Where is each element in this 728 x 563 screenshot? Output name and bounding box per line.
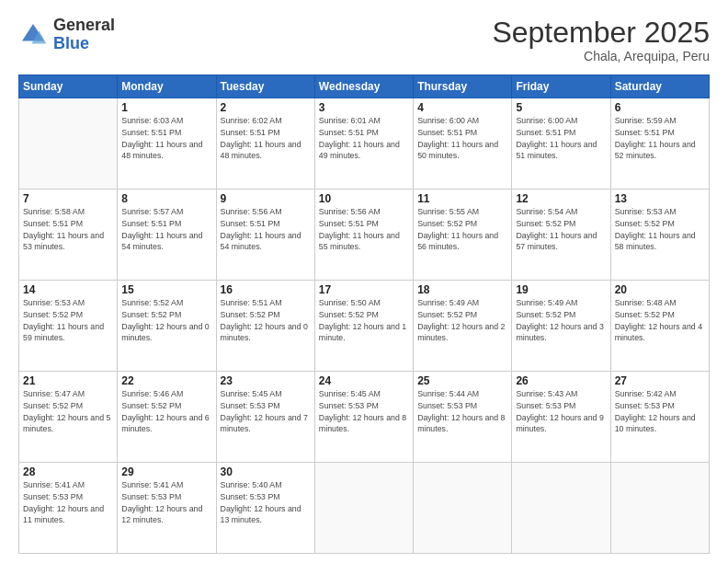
calendar-row-4: 28 Sunrise: 5:41 AMSunset: 5:53 PMDaylig… xyxy=(19,463,710,554)
cell-date: 11 xyxy=(417,192,507,205)
cell-date: 9 xyxy=(221,192,311,205)
table-row: 17 Sunrise: 5:50 AMSunset: 5:52 PMDaylig… xyxy=(314,281,413,372)
cell-date: 25 xyxy=(417,374,507,387)
cell-date: 17 xyxy=(319,283,409,296)
cell-date: 12 xyxy=(516,192,606,205)
table-row xyxy=(610,463,709,554)
calendar-row-1: 7 Sunrise: 5:58 AMSunset: 5:51 PMDayligh… xyxy=(19,190,710,281)
cell-info: Sunrise: 5:44 AMSunset: 5:53 PMDaylight:… xyxy=(417,389,505,433)
cell-date: 5 xyxy=(516,101,606,114)
col-sunday: Sunday xyxy=(19,75,118,98)
table-row: 24 Sunrise: 5:45 AMSunset: 5:53 PMDaylig… xyxy=(314,372,413,463)
header: General Blue September 2025 Chala, Arequ… xyxy=(18,17,710,63)
table-row: 7 Sunrise: 5:58 AMSunset: 5:51 PMDayligh… xyxy=(19,190,118,281)
cell-info: Sunrise: 5:46 AMSunset: 5:52 PMDaylight:… xyxy=(121,389,209,433)
page: General Blue September 2025 Chala, Arequ… xyxy=(0,0,728,563)
cell-info: Sunrise: 5:53 AMSunset: 5:52 PMDaylight:… xyxy=(23,298,104,342)
cell-info: Sunrise: 5:51 AMSunset: 5:52 PMDaylight:… xyxy=(221,298,308,342)
cell-date: 30 xyxy=(221,465,311,478)
table-row: 21 Sunrise: 5:47 AMSunset: 5:52 PMDaylig… xyxy=(19,372,118,463)
table-row: 10 Sunrise: 5:56 AMSunset: 5:51 PMDaylig… xyxy=(314,190,413,281)
cell-info: Sunrise: 5:49 AMSunset: 5:52 PMDaylight:… xyxy=(516,298,603,342)
cell-info: Sunrise: 6:02 AMSunset: 5:51 PMDaylight:… xyxy=(221,116,301,160)
cell-info: Sunrise: 5:53 AMSunset: 5:52 PMDaylight:… xyxy=(615,207,696,251)
cell-info: Sunrise: 5:49 AMSunset: 5:52 PMDaylight:… xyxy=(417,298,505,342)
cell-date: 4 xyxy=(417,101,507,114)
cell-date: 20 xyxy=(615,283,705,296)
cell-date: 26 xyxy=(516,374,606,387)
cell-info: Sunrise: 5:42 AMSunset: 5:53 PMDaylight:… xyxy=(615,389,696,433)
cell-info: Sunrise: 5:48 AMSunset: 5:52 PMDaylight:… xyxy=(615,298,702,342)
cell-info: Sunrise: 5:47 AMSunset: 5:52 PMDaylight:… xyxy=(23,389,110,433)
col-friday: Friday xyxy=(512,75,610,98)
cell-info: Sunrise: 5:56 AMSunset: 5:51 PMDaylight:… xyxy=(319,207,400,251)
table-row xyxy=(512,463,610,554)
cell-info: Sunrise: 6:01 AMSunset: 5:51 PMDaylight:… xyxy=(319,116,400,160)
table-row: 19 Sunrise: 5:49 AMSunset: 5:52 PMDaylig… xyxy=(512,281,610,372)
table-row: 25 Sunrise: 5:44 AMSunset: 5:53 PMDaylig… xyxy=(414,372,512,463)
cell-info: Sunrise: 6:00 AMSunset: 5:51 PMDaylight:… xyxy=(417,116,498,160)
calendar-subtitle: Chala, Arequipa, Peru xyxy=(492,49,710,63)
table-row: 27 Sunrise: 5:42 AMSunset: 5:53 PMDaylig… xyxy=(610,372,709,463)
col-thursday: Thursday xyxy=(414,75,512,98)
calendar-title: September 2025 xyxy=(492,17,710,49)
table-row: 28 Sunrise: 5:41 AMSunset: 5:53 PMDaylig… xyxy=(19,463,118,554)
cell-info: Sunrise: 5:58 AMSunset: 5:51 PMDaylight:… xyxy=(23,207,104,251)
table-row xyxy=(19,98,118,190)
table-row xyxy=(414,463,512,554)
calendar-row-3: 21 Sunrise: 5:47 AMSunset: 5:52 PMDaylig… xyxy=(19,372,710,463)
cell-date: 8 xyxy=(121,192,211,205)
table-row: 16 Sunrise: 5:51 AMSunset: 5:52 PMDaylig… xyxy=(216,281,314,372)
cell-date: 6 xyxy=(615,101,705,114)
cell-info: Sunrise: 5:54 AMSunset: 5:52 PMDaylight:… xyxy=(516,207,597,251)
table-row: 12 Sunrise: 5:54 AMSunset: 5:52 PMDaylig… xyxy=(512,190,610,281)
cell-date: 1 xyxy=(121,101,211,114)
table-row: 20 Sunrise: 5:48 AMSunset: 5:52 PMDaylig… xyxy=(610,281,709,372)
table-row: 4 Sunrise: 6:00 AMSunset: 5:51 PMDayligh… xyxy=(414,98,512,190)
col-monday: Monday xyxy=(118,75,216,98)
cell-info: Sunrise: 5:40 AMSunset: 5:53 PMDaylight:… xyxy=(221,480,301,524)
col-wednesday: Wednesday xyxy=(314,75,413,98)
cell-date: 23 xyxy=(221,374,311,387)
cell-date: 24 xyxy=(319,374,409,387)
table-row: 23 Sunrise: 5:45 AMSunset: 5:53 PMDaylig… xyxy=(216,372,314,463)
calendar-header-row: Sunday Monday Tuesday Wednesday Thursday… xyxy=(19,75,710,98)
cell-info: Sunrise: 5:41 AMSunset: 5:53 PMDaylight:… xyxy=(23,480,104,524)
table-row: 1 Sunrise: 6:03 AMSunset: 5:51 PMDayligh… xyxy=(118,98,216,190)
col-tuesday: Tuesday xyxy=(216,75,314,98)
cell-date: 28 xyxy=(23,465,113,478)
logo-icon xyxy=(18,20,48,50)
table-row: 3 Sunrise: 6:01 AMSunset: 5:51 PMDayligh… xyxy=(314,98,413,190)
logo-blue-text: Blue xyxy=(53,35,115,53)
cell-date: 2 xyxy=(221,101,311,114)
cell-info: Sunrise: 5:50 AMSunset: 5:52 PMDaylight:… xyxy=(319,298,406,342)
table-row: 13 Sunrise: 5:53 AMSunset: 5:52 PMDaylig… xyxy=(610,190,709,281)
table-row: 6 Sunrise: 5:59 AMSunset: 5:51 PMDayligh… xyxy=(610,98,709,190)
cell-date: 18 xyxy=(417,283,507,296)
cell-info: Sunrise: 5:45 AMSunset: 5:53 PMDaylight:… xyxy=(221,389,308,433)
table-row: 11 Sunrise: 5:55 AMSunset: 5:52 PMDaylig… xyxy=(414,190,512,281)
logo-text: General Blue xyxy=(53,17,115,53)
table-row: 9 Sunrise: 5:56 AMSunset: 5:51 PMDayligh… xyxy=(216,190,314,281)
table-row: 8 Sunrise: 5:57 AMSunset: 5:51 PMDayligh… xyxy=(118,190,216,281)
table-row: 14 Sunrise: 5:53 AMSunset: 5:52 PMDaylig… xyxy=(19,281,118,372)
cell-info: Sunrise: 6:03 AMSunset: 5:51 PMDaylight:… xyxy=(121,116,202,160)
cell-info: Sunrise: 6:00 AMSunset: 5:51 PMDaylight:… xyxy=(516,116,597,160)
table-row: 29 Sunrise: 5:41 AMSunset: 5:53 PMDaylig… xyxy=(118,463,216,554)
cell-date: 13 xyxy=(615,192,705,205)
title-block: September 2025 Chala, Arequipa, Peru xyxy=(492,17,710,63)
calendar-row-2: 14 Sunrise: 5:53 AMSunset: 5:52 PMDaylig… xyxy=(19,281,710,372)
cell-date: 22 xyxy=(121,374,211,387)
table-row: 26 Sunrise: 5:43 AMSunset: 5:53 PMDaylig… xyxy=(512,372,610,463)
cell-date: 27 xyxy=(615,374,705,387)
table-row: 22 Sunrise: 5:46 AMSunset: 5:52 PMDaylig… xyxy=(118,372,216,463)
logo-general-text: General xyxy=(53,17,115,35)
cell-date: 7 xyxy=(23,192,113,205)
table-row: 15 Sunrise: 5:52 AMSunset: 5:52 PMDaylig… xyxy=(118,281,216,372)
cell-date: 29 xyxy=(121,465,211,478)
table-row: 30 Sunrise: 5:40 AMSunset: 5:53 PMDaylig… xyxy=(216,463,314,554)
calendar-row-0: 1 Sunrise: 6:03 AMSunset: 5:51 PMDayligh… xyxy=(19,98,710,190)
cell-info: Sunrise: 5:41 AMSunset: 5:53 PMDaylight:… xyxy=(121,480,202,524)
table-row xyxy=(314,463,413,554)
cell-date: 10 xyxy=(319,192,409,205)
